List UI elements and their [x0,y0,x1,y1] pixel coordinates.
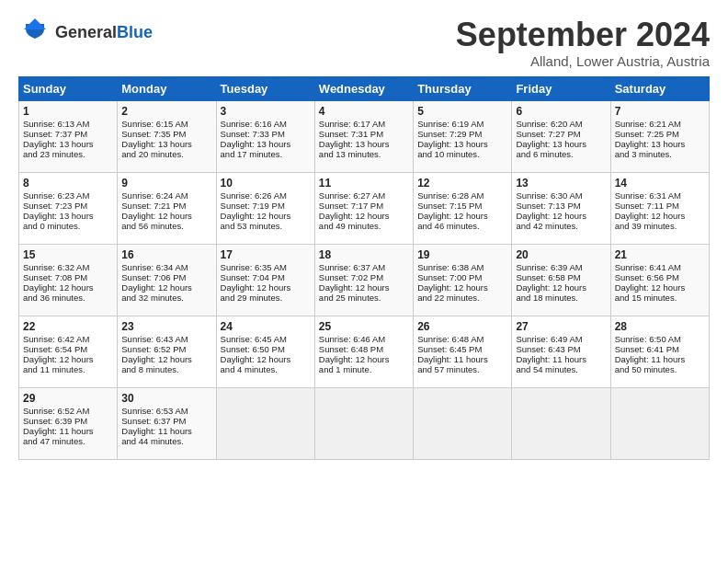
week-row: 22 Sunrise: 6:42 AMSunset: 6:54 PMDaylig… [19,316,710,387]
col-monday: Monday [118,76,216,100]
week-row: 15 Sunrise: 6:32 AMSunset: 7:08 PMDaylig… [19,244,710,316]
table-row: 15 Sunrise: 6:32 AMSunset: 7:08 PMDaylig… [19,244,118,316]
table-row [414,387,512,459]
header: GeneralBlue September 2024 Alland, Lower… [18,17,710,69]
logo: GeneralBlue [18,17,153,50]
col-sunday: Sunday [19,76,118,100]
col-wednesday: Wednesday [314,76,413,100]
table-row [610,387,709,459]
table-row: 16 Sunrise: 6:34 AMSunset: 7:06 PMDaylig… [118,244,216,316]
table-row: 29 Sunrise: 6:52 AMSunset: 6:39 PMDaylig… [19,387,118,459]
table-row: 13 Sunrise: 6:30 AMSunset: 7:13 PMDaylig… [512,172,610,244]
col-friday: Friday [512,76,610,100]
table-row: 30 Sunrise: 6:53 AMSunset: 6:37 PMDaylig… [118,387,216,459]
table-row: 20 Sunrise: 6:39 AMSunset: 6:58 PMDaylig… [512,244,610,316]
table-row: 4 Sunrise: 6:17 AMSunset: 7:31 PMDayligh… [314,100,413,172]
table-row: 5 Sunrise: 6:19 AMSunset: 7:29 PMDayligh… [414,100,512,172]
location: Alland, Lower Austria, Austria [456,53,710,69]
table-row: 14 Sunrise: 6:31 AMSunset: 7:11 PMDaylig… [610,172,709,244]
table-row [512,387,610,459]
page: GeneralBlue September 2024 Alland, Lower… [0,0,728,563]
col-saturday: Saturday [610,76,709,100]
logo-text: GeneralBlue [55,24,153,42]
table-row: 22 Sunrise: 6:42 AMSunset: 6:54 PMDaylig… [19,316,118,387]
table-row: 26 Sunrise: 6:48 AMSunset: 6:45 PMDaylig… [414,316,512,387]
table-row: 2 Sunrise: 6:15 AMSunset: 7:35 PMDayligh… [118,100,216,172]
table-row: 3 Sunrise: 6:16 AMSunset: 7:33 PMDayligh… [216,100,314,172]
table-row: 17 Sunrise: 6:35 AMSunset: 7:04 PMDaylig… [216,244,314,316]
table-row [314,387,413,459]
table-row: 1 Sunrise: 6:13 AMSunset: 7:37 PMDayligh… [19,100,118,172]
table-row: 6 Sunrise: 6:20 AMSunset: 7:27 PMDayligh… [512,100,610,172]
table-row: 28 Sunrise: 6:50 AMSunset: 6:41 PMDaylig… [610,316,709,387]
table-row: 12 Sunrise: 6:28 AMSunset: 7:15 PMDaylig… [414,172,512,244]
table-row: 9 Sunrise: 6:24 AMSunset: 7:21 PMDayligh… [118,172,216,244]
table-row: 27 Sunrise: 6:49 AMSunset: 6:43 PMDaylig… [512,316,610,387]
table-row: 11 Sunrise: 6:27 AMSunset: 7:17 PMDaylig… [314,172,413,244]
week-row: 1 Sunrise: 6:13 AMSunset: 7:37 PMDayligh… [19,100,710,172]
table-row: 10 Sunrise: 6:26 AMSunset: 7:19 PMDaylig… [216,172,314,244]
table-row: 25 Sunrise: 6:46 AMSunset: 6:48 PMDaylig… [314,316,413,387]
col-thursday: Thursday [414,76,512,100]
table-row: 19 Sunrise: 6:38 AMSunset: 7:00 PMDaylig… [414,244,512,316]
table-row: 18 Sunrise: 6:37 AMSunset: 7:02 PMDaylig… [314,244,413,316]
title-block: September 2024 Alland, Lower Austria, Au… [456,17,710,69]
table-row: 24 Sunrise: 6:45 AMSunset: 6:50 PMDaylig… [216,316,314,387]
table-row [216,387,314,459]
table-row: 21 Sunrise: 6:41 AMSunset: 6:56 PMDaylig… [610,244,709,316]
table-row: 8 Sunrise: 6:23 AMSunset: 7:23 PMDayligh… [19,172,118,244]
month-title: September 2024 [456,17,710,53]
col-tuesday: Tuesday [216,76,314,100]
table-row: 7 Sunrise: 6:21 AMSunset: 7:25 PMDayligh… [610,100,709,172]
calendar: Sunday Monday Tuesday Wednesday Thursday… [18,76,710,460]
week-row: 29 Sunrise: 6:52 AMSunset: 6:39 PMDaylig… [19,387,710,459]
table-row: 23 Sunrise: 6:43 AMSunset: 6:52 PMDaylig… [118,316,216,387]
logo-icon [18,17,51,50]
week-row: 8 Sunrise: 6:23 AMSunset: 7:23 PMDayligh… [19,172,710,244]
